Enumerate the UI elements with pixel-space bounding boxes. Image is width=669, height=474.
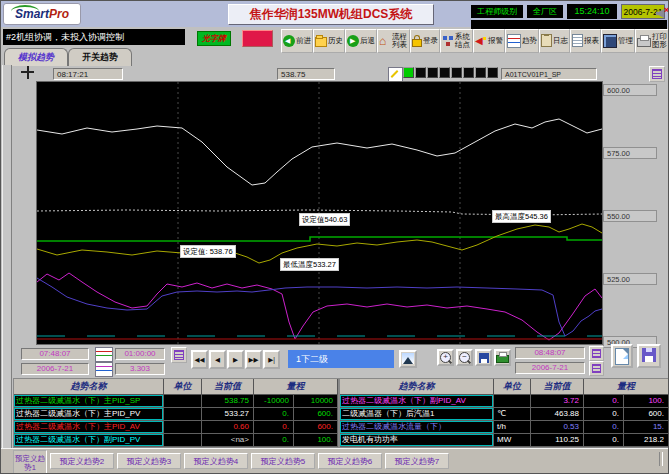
end-date-box[interactable]: 2006-7-21 xyxy=(515,362,585,374)
rewind-button[interactable]: ◀◀ xyxy=(191,350,208,369)
bottom-tab-3[interactable]: 预定义趋势3 xyxy=(117,453,181,469)
end-time-box[interactable]: 08:48:07 xyxy=(515,347,585,359)
toolbar-button-trend[interactable]: 趋势 xyxy=(505,29,539,53)
trend-plot[interactable]: 设定值540.63最高温度545.36设定值: 538.76最低温度533.27 xyxy=(36,81,603,345)
trend-name-cell[interactable]: 过热器二级减温水（下）副PID_PV xyxy=(14,434,164,447)
range-high-cell[interactable]: 600. xyxy=(294,408,338,421)
left-splitter[interactable] xyxy=(2,65,12,448)
printer-icon xyxy=(496,355,509,363)
pen-color-box[interactable] xyxy=(427,67,438,78)
range-low-cell[interactable]: 0. xyxy=(584,395,624,408)
current-value-cell: 463.88 xyxy=(531,408,584,421)
bottom-tab-2[interactable]: 预定义趋势2 xyxy=(50,453,114,469)
save-icon xyxy=(479,353,489,363)
login-lock-icon xyxy=(412,39,422,47)
range-low-cell[interactable]: 0. xyxy=(254,434,294,447)
fast-forward-button[interactable]: ▶▶ xyxy=(245,350,262,369)
step-back-button[interactable]: ◀ xyxy=(209,350,226,369)
step-forward-button[interactable]: ▶ xyxy=(227,350,244,369)
toolbar-button-forward[interactable]: 前进 xyxy=(281,29,313,53)
clock-display: 15:24:10 xyxy=(567,4,617,19)
trend-name-cell[interactable]: 过热器二级减温水流量（下） xyxy=(340,421,494,434)
log-icon xyxy=(541,34,552,47)
tab-switch-trend[interactable]: 开关趋势 xyxy=(68,48,132,66)
calendar-icon[interactable] xyxy=(171,347,187,363)
alarm-panel-button[interactable]: 光字牌 xyxy=(197,31,231,46)
toolbar-button-back[interactable]: 后退 xyxy=(345,29,377,53)
range-high-cell[interactable]: 218.2 xyxy=(624,434,669,447)
save-trend-button[interactable] xyxy=(475,349,492,366)
toolbar-button-process-list[interactable]: 流程列表 xyxy=(377,29,410,53)
range-low-cell[interactable]: 0. xyxy=(584,434,624,447)
toolbar-button-login[interactable]: 登录 xyxy=(410,29,440,53)
column-header: 单位 xyxy=(164,379,202,395)
pen-color-box[interactable] xyxy=(415,67,426,78)
trend-value-label: 最低温度533.27 xyxy=(280,258,339,271)
trend-name-cell[interactable]: 二级减温器（下）后汽温1 xyxy=(340,408,494,421)
save-file-button[interactable] xyxy=(637,344,661,368)
range-low-cell[interactable]: 0. xyxy=(584,421,624,434)
end-time-calendar-icon[interactable] xyxy=(589,346,604,361)
pen-edit-icon[interactable] xyxy=(388,67,403,82)
column-header: 趋势名称 xyxy=(14,379,164,395)
jump-end-button[interactable]: ▶| xyxy=(263,350,280,369)
toolbar-button-history[interactable]: 历史 xyxy=(313,29,345,53)
trend-name-cell[interactable]: 过热器二级减温水（下）主PID_SP xyxy=(14,395,164,408)
range-low-cell[interactable]: 0. xyxy=(584,408,624,421)
range-low-cell[interactable]: 0. xyxy=(254,421,294,434)
tag-name-box: A01TCV01P1_SP xyxy=(501,68,597,80)
trend-mini-chart-icon[interactable] xyxy=(95,347,113,362)
trend-name-cell[interactable]: 过热器二级减温水（下）副PID_AV xyxy=(340,395,494,408)
trend-name-cell[interactable]: 发电机有功功率 xyxy=(340,434,494,447)
range-high-cell[interactable]: 600. xyxy=(294,421,338,434)
range-high-cell[interactable]: 15. xyxy=(624,421,669,434)
pen-color-box[interactable] xyxy=(403,67,414,78)
alarm-indicator[interactable] xyxy=(242,30,273,47)
print-trend-button[interactable] xyxy=(494,349,511,366)
toolbar-button-print[interactable]: 打印图形 xyxy=(635,29,669,53)
sample-interval-box[interactable]: 3.303 xyxy=(115,363,165,375)
toolbar-button-system-node[interactable]: 系统结点 xyxy=(440,29,473,53)
start-time-box[interactable]: 07:48:07 xyxy=(21,348,89,360)
pen-color-box[interactable] xyxy=(475,67,486,78)
bottom-tab-5[interactable]: 预定义趋势5 xyxy=(251,453,315,469)
toolbar-button-manage[interactable]: 管理 xyxy=(601,29,635,53)
range-high-cell[interactable]: 600. xyxy=(624,408,669,421)
cursor-time-box: 08:17:21 xyxy=(53,68,123,80)
range-high-cell[interactable]: 100. xyxy=(294,434,338,447)
speaker-muted-icon[interactable] xyxy=(655,6,669,20)
bottom-tab-1[interactable]: 预定义趋势1 xyxy=(13,450,47,474)
trend-preview-button[interactable] xyxy=(399,350,417,368)
time-span-box[interactable]: 01:00:00 xyxy=(115,348,165,360)
tab-analog-trend[interactable]: 模拟趋势 xyxy=(4,48,68,66)
bottom-tab-4[interactable]: 预定义趋势4 xyxy=(184,453,248,469)
bottom-tab-6[interactable]: 预定义趋势6 xyxy=(318,453,382,469)
smartpro-logo: SmartPro xyxy=(3,3,81,25)
range-low-cell[interactable]: 0. xyxy=(254,408,294,421)
range-high-cell[interactable]: 100. xyxy=(624,395,669,408)
start-date-box[interactable]: 2006-7-21 xyxy=(21,363,89,375)
pen-color-box[interactable] xyxy=(451,67,462,78)
print-icon xyxy=(637,38,651,47)
interval-chart-icon[interactable] xyxy=(95,362,113,377)
pen-color-box[interactable] xyxy=(439,67,450,78)
zoom-in-button[interactable]: + xyxy=(437,349,454,366)
toolbar-button-report[interactable]: 报表 xyxy=(570,29,601,53)
toolbar-button-log[interactable]: 日志 xyxy=(539,29,570,53)
bottom-tab-7[interactable]: 预定义趋势7 xyxy=(385,453,449,469)
pen-color-box[interactable] xyxy=(487,67,498,78)
trend-group-name[interactable]: 1下二级 xyxy=(288,350,394,368)
toolbar-button-alarm[interactable]: 报警 xyxy=(473,29,505,53)
range-low-cell[interactable]: -10000 xyxy=(254,395,294,408)
trend-grid-button[interactable] xyxy=(649,66,665,82)
pen-color-box[interactable] xyxy=(463,67,474,78)
trend-name-cell[interactable]: 过热器二级减温水（下）主PID_AV xyxy=(14,421,164,434)
zoom-out-button[interactable]: − xyxy=(456,349,473,366)
unit-cell xyxy=(494,395,531,408)
end-date-calendar-icon[interactable] xyxy=(589,361,604,376)
trend-name-cell[interactable]: 过热器二级减温水（下）主PID_PV xyxy=(14,408,164,421)
report-icon xyxy=(572,34,583,47)
range-high-cell[interactable]: 10000 xyxy=(294,395,338,408)
new-trend-button[interactable] xyxy=(611,344,633,368)
crosshair-icon[interactable] xyxy=(21,66,34,79)
